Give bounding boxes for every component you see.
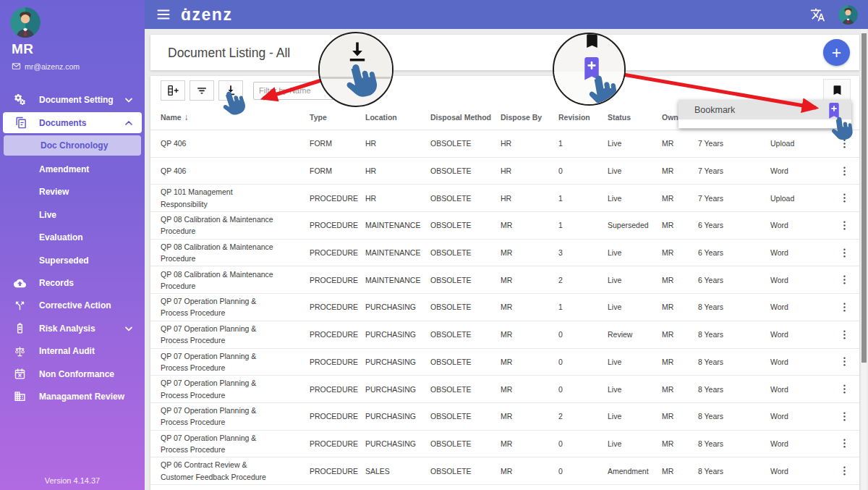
sidebar-item-evaluation[interactable]: Evaluation bbox=[0, 227, 145, 249]
email-icon bbox=[12, 62, 21, 71]
column-header-type[interactable]: Type bbox=[310, 113, 365, 122]
cell-dispose-by: MR bbox=[501, 439, 558, 448]
cell-dispose-by: MR bbox=[501, 412, 558, 421]
branch-arrows-icon bbox=[0, 300, 39, 312]
row-menu-button[interactable] bbox=[835, 380, 853, 399]
row-menu-button[interactable] bbox=[835, 243, 853, 262]
cell-disposal-method: OBSOLETE bbox=[430, 412, 501, 421]
sidebar-item-label: Live bbox=[39, 210, 56, 220]
cell-revision: 0 bbox=[558, 358, 608, 366]
sidebar-item-amendment[interactable]: Amendment bbox=[0, 158, 145, 180]
sidebar-item-internal-audit[interactable]: Internal Audit bbox=[0, 340, 145, 363]
cell-status: Live bbox=[608, 248, 662, 257]
user-email: mr@aizenz.com bbox=[25, 62, 80, 71]
sidebar-item-risk-analysis[interactable]: Risk Analysis bbox=[0, 317, 145, 339]
cell-status: Live bbox=[608, 358, 662, 366]
cell-name: QP 406 bbox=[161, 165, 310, 177]
table-row: QP 08 Calibration & Maintenance Procedur… bbox=[150, 212, 859, 240]
sidebar-item-non-conformance[interactable]: Non Conformance bbox=[0, 363, 145, 385]
cell-revision: 3 bbox=[558, 248, 608, 257]
cell-type: PROCEDURE bbox=[310, 194, 365, 203]
sidebar-nav: Document SettingDocumentsDoc ChronologyA… bbox=[0, 88, 145, 408]
row-menu-button[interactable] bbox=[835, 325, 853, 344]
sidebar-item-superseded[interactable]: Superseded bbox=[0, 249, 145, 271]
bookmark-button[interactable] bbox=[823, 79, 851, 101]
column-header-dispose-by[interactable]: Dispose By bbox=[501, 113, 558, 122]
row-menu-button[interactable] bbox=[835, 161, 853, 180]
sidebar-item-document-setting[interactable]: Document Setting bbox=[0, 88, 145, 111]
table-row: QP 406FORMHROBSOLETEHR0LiveMR7 YearsWord bbox=[150, 158, 859, 185]
translate-icon[interactable] bbox=[810, 7, 825, 22]
sidebar-item-corrective-action[interactable]: Corrective Action bbox=[0, 295, 145, 317]
cell-retention: 6 Years bbox=[698, 221, 770, 229]
cell-format: Word bbox=[770, 248, 835, 257]
sidebar-item-live[interactable]: Live bbox=[0, 203, 145, 226]
cell-owner: MR bbox=[662, 439, 698, 448]
cell-retention: 8 Years bbox=[698, 303, 770, 311]
scrollbar[interactable] bbox=[861, 29, 867, 490]
page-title: Document Listing - All bbox=[168, 46, 290, 61]
sidebar-item-documents[interactable]: Documents bbox=[3, 112, 142, 133]
cell-dispose-by: HR bbox=[501, 139, 558, 148]
column-header-revision[interactable]: Revision bbox=[558, 113, 608, 122]
cell-disposal-method: OBSOLETE bbox=[430, 467, 501, 476]
cell-format: Word bbox=[770, 303, 835, 311]
hamburger-icon[interactable] bbox=[156, 7, 171, 22]
row-menu-button[interactable] bbox=[835, 271, 853, 290]
cell-dispose-by: MR bbox=[501, 358, 558, 366]
cell-format: Upload bbox=[770, 194, 835, 203]
cell-revision: 0 bbox=[558, 467, 608, 476]
cell-format: Word bbox=[770, 412, 835, 421]
sidebar-item-managament-review[interactable]: Managament Review bbox=[0, 385, 145, 407]
cell-format: Word bbox=[770, 358, 835, 366]
cell-dispose-by: MR bbox=[501, 303, 558, 311]
cell-status: Live bbox=[608, 303, 662, 311]
row-menu-button[interactable] bbox=[835, 297, 853, 316]
column-header-location[interactable]: Location bbox=[365, 113, 430, 122]
filter-button[interactable] bbox=[190, 80, 214, 101]
cell-disposal-method: OBSOLETE bbox=[430, 439, 501, 448]
calendar-x-icon bbox=[0, 368, 39, 380]
cell-type: PROCEDURE bbox=[310, 330, 365, 339]
cell-name: QP 06 Contract Review & Customer Feedbac… bbox=[161, 459, 310, 483]
zoom-annotation-download bbox=[318, 32, 393, 107]
cell-location: PURCHASING bbox=[365, 358, 430, 366]
table-row: QP 06 Contract Review & Customer Feedbac… bbox=[150, 457, 859, 485]
row-menu-button[interactable] bbox=[835, 216, 853, 235]
cell-type: PROCEDURE bbox=[310, 248, 365, 257]
column-header-disposal-method[interactable]: Disposal Method bbox=[430, 113, 501, 122]
add-column-button[interactable] bbox=[161, 80, 185, 101]
user-avatar[interactable] bbox=[10, 7, 41, 38]
sidebar-item-records[interactable]: Records bbox=[0, 271, 145, 294]
cell-location: MAINTENANCE bbox=[365, 221, 430, 229]
row-menu-button[interactable] bbox=[835, 352, 853, 371]
sidebar-item-label: Risk Analysis bbox=[39, 324, 95, 334]
cell-owner: MR bbox=[662, 221, 698, 229]
sidebar-item-label: Doc Chronology bbox=[41, 140, 108, 151]
row-menu-button[interactable] bbox=[835, 407, 853, 426]
scrollbar-thumb[interactable] bbox=[861, 33, 867, 363]
table-row: QP 07 Operation Planning & Process Proce… bbox=[150, 294, 859, 321]
cell-location: SALES bbox=[365, 467, 430, 476]
add-button[interactable]: + bbox=[823, 39, 850, 66]
gears-icon bbox=[0, 93, 39, 106]
chevron-down-icon bbox=[123, 323, 135, 334]
bookmark-menu-item[interactable]: Bookmark bbox=[678, 100, 851, 119]
sidebar-item-label: Non Conformance bbox=[39, 369, 114, 379]
sidebar-item-doc-chronology[interactable]: Doc Chronology bbox=[4, 135, 141, 156]
header-avatar[interactable] bbox=[838, 5, 858, 25]
version-label: Version 4.14.37 bbox=[0, 476, 145, 485]
sidebar: MR mr@aizenz.com Document SettingDocumen… bbox=[0, 0, 145, 490]
cell-disposal-method: OBSOLETE bbox=[430, 385, 501, 394]
cell-revision: 2 bbox=[558, 412, 608, 421]
column-header-status[interactable]: Status bbox=[608, 113, 662, 122]
cell-disposal-method: OBSOLETE bbox=[430, 358, 501, 366]
bookmark-menu: Bookmark bbox=[678, 100, 851, 128]
row-menu-button[interactable] bbox=[835, 462, 853, 481]
cell-format: Word bbox=[770, 439, 835, 448]
column-header-label: Location bbox=[365, 113, 397, 122]
row-menu-button[interactable] bbox=[835, 434, 853, 453]
sidebar-item-review[interactable]: Review bbox=[0, 181, 145, 203]
table-row: QP 08 Calibration & Maintenance Procedur… bbox=[150, 266, 859, 294]
row-menu-button[interactable] bbox=[835, 189, 853, 208]
